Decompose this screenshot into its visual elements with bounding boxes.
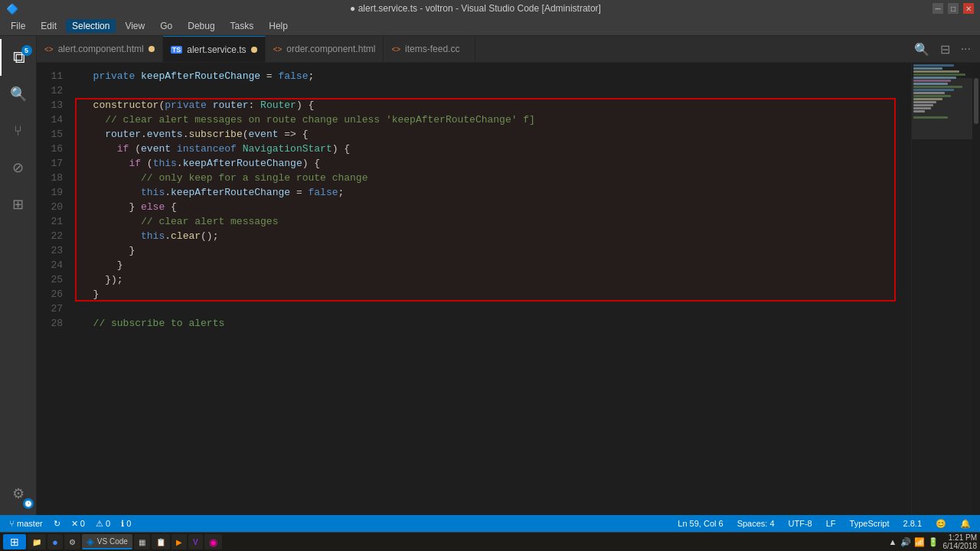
statusbar: ⑂ master ↻ ✕ 0 ⚠ 0 ℹ 0 Ln 59, Col 6 Spac… — [0, 515, 980, 532]
taskbar-vs[interactable]: V — [188, 534, 203, 549]
warning-count[interactable]: ⚠ 0 — [93, 519, 113, 529]
taskbar-task-manager[interactable]: ▦ — [134, 534, 150, 549]
tab-order-component[interactable]: <> order.component.html — [266, 36, 384, 62]
app2-icon: ◉ — [209, 536, 217, 548]
line-num-20: 20 — [37, 200, 63, 214]
info-count[interactable]: ℹ 0 — [118, 519, 134, 529]
activitybar-source-control[interactable]: ⑂ — [0, 112, 37, 149]
code-line-28: // subscribe to alerts — [81, 316, 911, 331]
systray-up-icon[interactable]: ▲ — [889, 537, 897, 546]
scrollbar-thumb[interactable] — [974, 78, 978, 124]
code-line-15: router.events.subscribe(event => { — [81, 127, 911, 142]
tab-alert-component[interactable]: <> alert.component.html — [37, 36, 163, 62]
mm-line — [913, 64, 954, 67]
menu-selection[interactable]: Selection — [66, 19, 116, 33]
systray-icons: ▲ 🔊 📶 🔋 — [889, 537, 939, 547]
code-line-26: } — [81, 287, 911, 302]
chrome-icon: ● — [52, 536, 58, 548]
menu-help[interactable]: Help — [263, 19, 294, 33]
editor-scrollbar[interactable] — [972, 63, 980, 515]
maximize-button[interactable]: □ — [948, 3, 959, 14]
activitybar-explorer[interactable]: ⧉ 5 — [0, 39, 37, 76]
sync-button[interactable]: ↻ — [51, 519, 64, 529]
git-icon: ⑂ — [14, 123, 22, 139]
menu-tasks[interactable]: Tasks — [224, 19, 260, 33]
code-line-17: if (this.keepAfterRouteChange) { — [81, 156, 911, 171]
code-line-24: } — [81, 258, 911, 272]
error-num: 0 — [80, 519, 85, 528]
ts-version[interactable]: 2.8.1 — [900, 519, 925, 528]
line-num-19: 19 — [37, 185, 63, 200]
search-activity-icon: 🔍 — [10, 86, 27, 103]
vs-icon: V — [193, 538, 198, 546]
taskbar-vscode[interactable]: ◈ VS Code — [82, 534, 132, 549]
code-line-20: } else { — [81, 200, 911, 214]
language-mode[interactable]: TypeScript — [847, 519, 893, 528]
gear-taskbar-icon: ⚙ — [69, 538, 76, 546]
mm-line — [913, 86, 962, 88]
tab-alert-service[interactable]: TS alert.service.ts — [163, 36, 266, 62]
error-count[interactable]: ✕ 0 — [68, 519, 88, 529]
titlebar-title: ● alert.service.ts - voltron - Visual St… — [350, 3, 601, 14]
code-line-12 — [81, 83, 911, 98]
settings-activity-icon: ⚙ — [12, 485, 24, 502]
mm-line — [913, 80, 951, 82]
activitybar-extensions[interactable]: ⊞ — [0, 186, 37, 223]
systray-battery-icon[interactable]: 🔋 — [928, 537, 939, 547]
menu-go[interactable]: Go — [154, 19, 178, 33]
app1-icon: 📋 — [156, 538, 165, 546]
cc-file-icon: <> — [391, 45, 400, 54]
indentation[interactable]: Spaces: 4 — [734, 519, 778, 528]
taskbar-chrome[interactable]: ● — [47, 534, 63, 549]
taskbar-file-explorer[interactable]: 📁 — [28, 534, 46, 549]
menubar: File Edit Selection View Go Debug Tasks … — [0, 17, 980, 36]
mm-line — [913, 110, 925, 112]
html-file-icon: <> — [44, 45, 54, 54]
more-tabs-button[interactable]: ··· — [958, 41, 974, 57]
line-num-18: 18 — [37, 171, 63, 185]
menu-edit[interactable]: Edit — [34, 19, 63, 33]
close-button[interactable]: ✕ — [963, 3, 974, 14]
taskbar-start-button[interactable]: ⊞ — [3, 534, 26, 549]
taskbar-clock[interactable]: 1:21 PM 6/14/2018 — [943, 533, 978, 550]
line-num-15: 15 — [37, 127, 63, 142]
split-editor-button[interactable]: ⊟ — [937, 41, 953, 58]
code-line-21: // clear alert messages — [81, 214, 911, 229]
vscode-taskbar-label: VS Code — [97, 537, 128, 546]
taskbar-settings-app[interactable]: ⚙ — [64, 534, 80, 549]
mm-line — [913, 73, 965, 76]
mm-line — [913, 83, 948, 85]
line-num-11: 11 — [37, 69, 63, 83]
search-in-editor-button[interactable]: 🔍 — [911, 41, 933, 58]
code-line-19: this.keepAfterRouteChange = false; — [81, 185, 911, 200]
feedback-smiley[interactable]: 😊 — [933, 519, 949, 529]
taskbar-app1[interactable]: 📋 — [152, 534, 170, 549]
task-manager-icon: ▦ — [139, 538, 145, 546]
line-ending[interactable]: LF — [823, 519, 839, 528]
taskbar-vlc[interactable]: ▶ — [172, 534, 187, 549]
menu-file[interactable]: File — [5, 19, 31, 33]
systray-network-icon[interactable]: 📶 — [914, 537, 925, 547]
git-branch-item[interactable]: ⑂ master — [6, 519, 46, 528]
code-area[interactable]: private keepAfterRouteChange = false; co… — [75, 63, 911, 515]
main-layout: ⧉ 5 🔍 ⑂ ⊘ ⊞ ⚙ 🕐 <> alert.component.html — [0, 36, 980, 515]
minimize-button[interactable]: ─ — [933, 3, 943, 14]
code-line-18: // only keep for a single route change — [81, 171, 911, 185]
minimap — [911, 63, 972, 515]
notification-bell[interactable]: 🔔 — [957, 519, 974, 529]
activitybar-search[interactable]: 🔍 — [0, 76, 37, 112]
systray-volume-icon[interactable]: 🔊 — [900, 537, 911, 547]
menu-view[interactable]: View — [119, 19, 151, 33]
menu-debug[interactable]: Debug — [181, 19, 220, 33]
cursor-position[interactable]: Ln 59, Col 6 — [675, 519, 726, 528]
warning-icon: ⚠ — [96, 519, 103, 528]
tab-items-feed-label: items-feed.cc — [405, 44, 467, 54]
encoding[interactable]: UTF-8 — [786, 519, 815, 528]
line-num-16: 16 — [37, 142, 63, 156]
activitybar-debug[interactable]: ⊘ — [0, 149, 37, 186]
mm-line — [913, 101, 936, 103]
tab-items-feed[interactable]: <> items-feed.cc — [384, 36, 475, 62]
activitybar-settings[interactable]: ⚙ 🕐 — [0, 475, 37, 512]
taskbar-app2[interactable]: ◉ — [204, 534, 222, 549]
titlebar-icon: 🔷 — [6, 3, 18, 15]
